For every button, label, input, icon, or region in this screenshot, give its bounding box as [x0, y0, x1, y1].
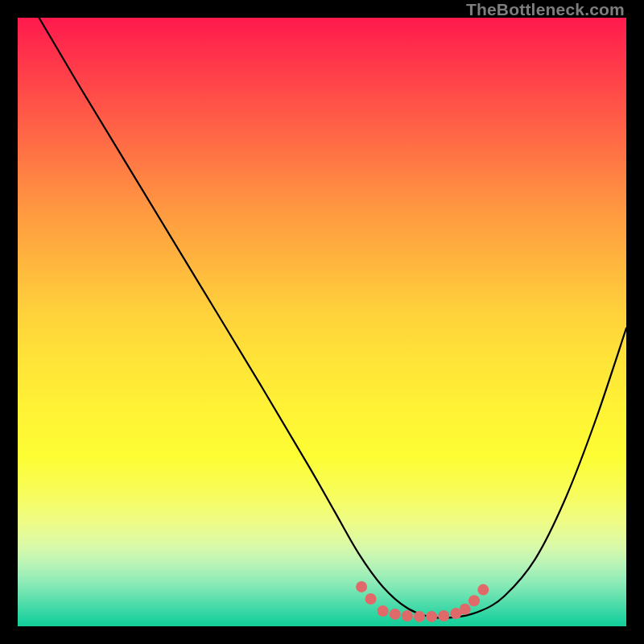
- curve-svg: [18, 18, 626, 626]
- marker-dot: [365, 593, 377, 605]
- marker-dot: [402, 610, 413, 621]
- trough-markers: [356, 581, 489, 622]
- marker-dot: [378, 605, 389, 617]
- watermark-text: TheBottleneck.com: [466, 0, 625, 19]
- marker-dot: [356, 581, 367, 592]
- bottleneck-curve: [39, 18, 626, 618]
- marker-dot: [426, 611, 437, 622]
- marker-dot: [460, 604, 471, 615]
- chart-frame: TheBottleneck.com: [0, 0, 644, 644]
- plot-area: [18, 18, 626, 626]
- marker-dot: [438, 610, 449, 621]
- marker-dot: [469, 595, 480, 606]
- marker-dot: [477, 584, 489, 596]
- marker-dot: [414, 611, 425, 622]
- marker-dot: [390, 609, 401, 620]
